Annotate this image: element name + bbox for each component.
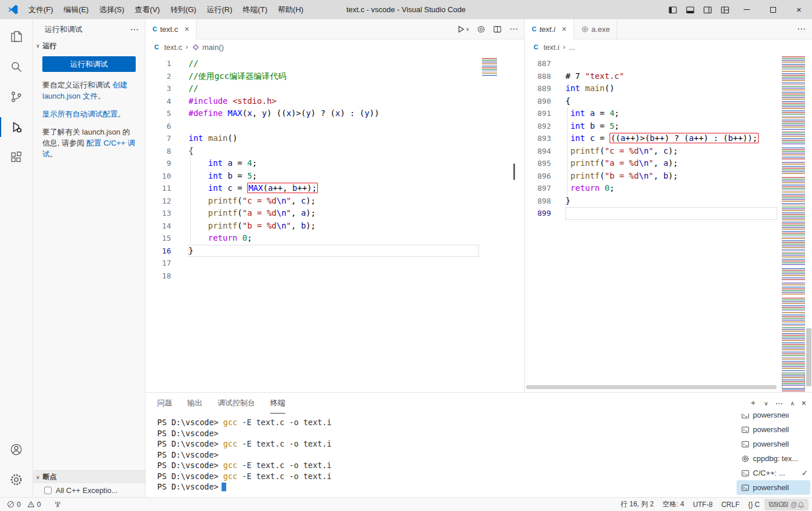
breadcrumb-symbol[interactable]: main(): [202, 43, 224, 52]
terminal-list-item[interactable]: powershell: [737, 422, 810, 437]
panel-tab-output[interactable]: 输出: [187, 393, 202, 414]
vertical-scrollbar[interactable]: [806, 328, 811, 386]
terminal-list-item[interactable]: powershell: [737, 414, 810, 422]
menu-view[interactable]: 查看(V): [129, 0, 165, 19]
code-line-15[interactable]: 15 return 0;: [146, 232, 524, 245]
breadcrumb-file[interactable]: text.i: [543, 43, 559, 52]
menu-help[interactable]: 帮助(H): [273, 0, 309, 19]
terminal-dropdown-icon[interactable]: ∨: [764, 400, 768, 407]
split-editor-icon[interactable]: [493, 25, 502, 34]
breadcrumb-more[interactable]: ...: [568, 43, 575, 52]
more-actions-icon[interactable]: ⋯: [509, 24, 519, 34]
customize-layout-icon[interactable]: [716, 5, 734, 15]
code-line-18[interactable]: 18: [146, 270, 524, 282]
settings-icon[interactable]: [0, 465, 32, 495]
code-line-12[interactable]: 12 printf("c = %d\n", c);: [146, 195, 524, 208]
checkbox-unchecked-icon[interactable]: [44, 487, 52, 494]
close-tab-icon[interactable]: ×: [184, 24, 189, 34]
explorer-icon[interactable]: [0, 21, 32, 52]
code-line-899[interactable]: 899: [525, 207, 812, 220]
code-line-894[interactable]: 894 printf("c = %d\n", c);: [525, 145, 812, 158]
toggle-sidebar-icon[interactable]: [664, 5, 682, 15]
code-editor-text-c[interactable]: 1//2//使用gcc编译器编译代码3//4#include <stdio.h>…: [146, 55, 524, 392]
run-and-debug-button[interactable]: 运行和调试: [42, 56, 136, 72]
terminal-list-item[interactable]: cppdbg: tex...: [737, 451, 810, 466]
code-line-9[interactable]: 9 int a = 4;: [146, 157, 524, 170]
terminal-list-item[interactable]: powershell: [737, 480, 810, 495]
more-actions-icon[interactable]: ⋯: [797, 24, 806, 34]
menu-file[interactable]: 文件(F): [23, 0, 59, 19]
code-line-16[interactable]: 16}: [146, 245, 524, 258]
menu-edit[interactable]: 编辑(E): [59, 0, 94, 19]
code-line-17[interactable]: 17: [146, 257, 524, 270]
code-line-887[interactable]: 887: [525, 57, 812, 70]
source-control-icon[interactable]: [0, 82, 32, 112]
code-line-889[interactable]: 889int main(): [525, 82, 812, 95]
extensions-icon[interactable]: [0, 142, 32, 172]
code-line-7[interactable]: 7int main(): [146, 132, 524, 145]
code-line-898[interactable]: 898}: [525, 195, 812, 208]
show-auto-debug-configs-link[interactable]: 显示所有自动调试配置: [42, 110, 118, 118]
close-button[interactable]: ×: [786, 0, 812, 19]
account-icon[interactable]: [0, 434, 32, 465]
code-line-14[interactable]: 14 printf("b = %d\n", b);: [146, 220, 524, 233]
code-line-10[interactable]: 10 int b = 5;: [146, 170, 524, 183]
code-line-2[interactable]: 2//使用gcc编译器编译代码: [146, 70, 524, 83]
tab-text-c[interactable]: C text.c ×: [146, 19, 197, 39]
close-tab-icon[interactable]: ×: [561, 24, 566, 34]
code-line-892[interactable]: 892 int b = 5;: [525, 120, 812, 133]
code-line-891[interactable]: 891 int a = 4;: [525, 107, 812, 120]
code-line-897[interactable]: 897 return 0;: [525, 182, 812, 195]
menu-run[interactable]: 运行(R): [201, 0, 237, 19]
more-actions-icon[interactable]: ⋯: [775, 398, 783, 408]
menu-selection[interactable]: 选择(S): [94, 0, 129, 19]
more-actions-icon[interactable]: ⋯: [130, 24, 139, 35]
code-line-895[interactable]: 895 printf("a = %d\n", a);: [525, 157, 812, 170]
code-line-4[interactable]: 4#include <stdio.h>: [146, 95, 524, 108]
code-line-888[interactable]: 888# 7 "text.c": [525, 70, 812, 83]
code-line-13[interactable]: 13 printf("a = %d\n", a);: [146, 207, 524, 220]
terminal-output[interactable]: PS D:\vscode> gcc -E text.c -o text.iPS …: [146, 414, 737, 498]
encoding[interactable]: UTF-8: [693, 501, 713, 509]
code-line-6[interactable]: 6: [146, 120, 524, 133]
breakpoints-header[interactable]: ∨ 断点: [33, 470, 145, 483]
code-line-11[interactable]: 11 int c = MAX(a++, b++);: [146, 182, 524, 195]
cursor-position[interactable]: 行 16, 列 2: [621, 499, 654, 509]
breadcrumb-file[interactable]: text.c: [164, 43, 182, 52]
tab-text-i[interactable]: C text.i ×: [525, 19, 574, 39]
maximize-button[interactable]: [760, 0, 786, 19]
minimap[interactable]: [482, 56, 497, 76]
code-line-5[interactable]: 5#define MAX(x, y) ((x)>(y) ? (x) : (y)): [146, 107, 524, 120]
code-line-8[interactable]: 8{: [146, 145, 524, 158]
panel-tab-terminal[interactable]: 终端: [270, 393, 285, 414]
code-line-890[interactable]: 890{: [525, 95, 812, 108]
maximize-panel-icon[interactable]: ∧: [790, 400, 794, 407]
code-editor-text-i[interactable]: 887888# 7 "text.c"889int main()890{891 i…: [525, 55, 812, 392]
gear-icon[interactable]: [477, 25, 485, 34]
breakpoint-item[interactable]: All C++ Exceptio...: [33, 483, 145, 497]
horizontal-scrollbar[interactable]: [526, 385, 777, 389]
panel-tab-debug-console[interactable]: 调试控制台: [217, 393, 255, 414]
code-line-896[interactable]: 896 printf("b = %d\n", b);: [525, 170, 812, 183]
eol-sequence[interactable]: CRLF: [722, 501, 740, 509]
indentation[interactable]: 空格: 4: [662, 499, 684, 509]
code-line-1[interactable]: 1//: [146, 57, 524, 70]
run-and-debug-icon[interactable]: [0, 112, 32, 142]
minimap-slider[interactable]: [782, 372, 805, 389]
tab-a-exe[interactable]: a.exe: [574, 19, 618, 39]
terminal-list-item[interactable]: powershell: [737, 437, 810, 451]
code-line-3[interactable]: 3//: [146, 82, 524, 95]
run-c-file-icon[interactable]: ∨: [456, 25, 469, 34]
terminal-list-item[interactable]: C/C++: ...✓: [737, 466, 810, 480]
run-section-header[interactable]: ∨ 运行: [33, 39, 145, 52]
search-icon[interactable]: [0, 52, 32, 82]
new-terminal-icon[interactable]: ＋: [749, 398, 757, 408]
close-panel-icon[interactable]: ×: [802, 398, 806, 408]
problems-status[interactable]: 0 0: [7, 501, 61, 509]
minimize-button[interactable]: [734, 0, 760, 19]
toggle-panel-icon[interactable]: [682, 5, 699, 15]
radio-tower-icon[interactable]: [54, 501, 61, 508]
panel-tab-problems[interactable]: 问题: [157, 393, 172, 414]
language-mode[interactable]: {} C: [748, 501, 760, 509]
minimap[interactable]: [782, 55, 805, 392]
